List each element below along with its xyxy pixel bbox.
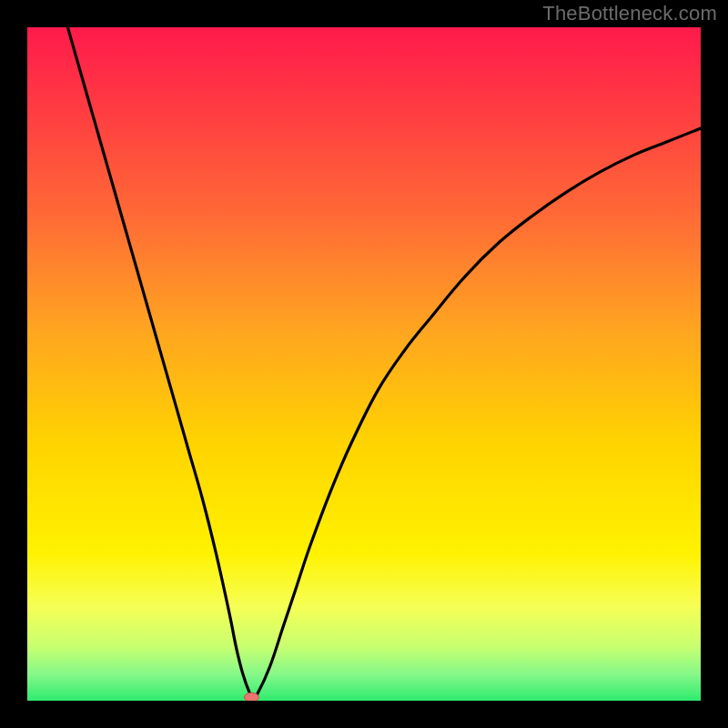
gradient-background: [27, 27, 701, 701]
chart-frame: TheBottleneck.com: [0, 0, 728, 728]
watermark-text: TheBottleneck.com: [542, 2, 717, 25]
chart-svg: [27, 27, 701, 701]
optimal-point-marker: [244, 693, 258, 701]
plot-area: [27, 27, 701, 701]
